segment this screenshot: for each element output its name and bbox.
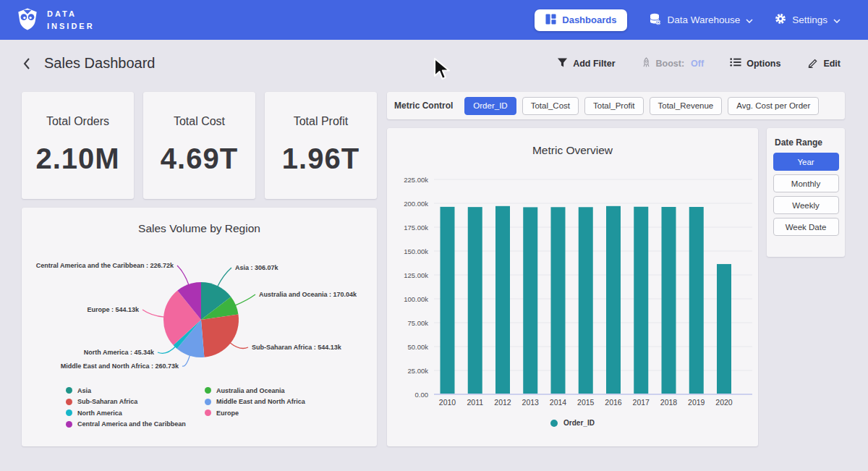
metric-option-order-id[interactable]: Order_ID [464,97,516,115]
pie-slice-label: Europe : 544.13k [87,306,140,313]
y-axis-tick-label: 175.00k [404,224,428,232]
pie-legend-column: AsiaSub-Saharan AfricaNorth AmericaCentr… [66,385,186,430]
legend-label: North America [77,410,122,417]
pie-legend-item-middle-east-and-north-africa[interactable]: Middle East and North Africa [205,396,305,408]
top-navbar: DATA INSIDER Dashboards [0,0,868,40]
date-range-label: Date Range [775,137,845,148]
bar-chart-plot[interactable]: 0.0025.00k50.00k75.00k100.00k125.00k150.… [387,128,758,446]
metric-option-total-revenue[interactable]: Total_Revenue [650,97,723,115]
bar-2020[interactable] [717,264,731,394]
legend-label: Australia and Oceania [216,387,285,394]
pie-slice-label: North America : 45.34k [84,349,155,356]
y-axis-tick-label: 200.00k [404,200,428,208]
chevron-down-icon [746,14,753,25]
bar-2017[interactable] [634,207,648,394]
bar-2010[interactable] [441,207,455,394]
metric-overview-chart-card: Metric Overview 0.0025.00k50.00k75.00k10… [387,128,758,446]
date-range-option-week-date[interactable]: Week Date [773,218,839,236]
pie-legend-item-central-america-and-the-caribbean[interactable]: Central America and the Caribbean [66,419,186,430]
legend-dot [205,387,211,394]
metric-option-total-cost[interactable]: Total_Cost [522,97,579,115]
y-axis-tick-label: 25.00k [407,367,428,375]
legend-label: Sub-Saharan Africa [77,398,137,405]
brand-logo[interactable]: DATA INSIDER [16,7,95,33]
pie-legend-item-north-america[interactable]: North America [66,407,186,419]
y-axis-tick-label: 0.00 [415,391,429,399]
x-axis-tick-label: 2019 [688,398,705,407]
rocket-icon [642,57,651,70]
boost-toggle[interactable]: Boost: Off [637,56,709,71]
date-range-option-monthly[interactable]: Monthly [773,174,839,192]
pencil-icon [807,56,818,70]
owl-logo-icon [16,7,39,33]
pie-slice-label: Australia and Oceania : 170.04k [259,291,357,298]
bar-2013[interactable] [523,207,537,394]
date-range-panel: Date Range YearMonthlyWeeklyWeek Date [767,128,845,257]
gear-icon [775,13,786,27]
bar-2018[interactable] [662,207,676,394]
filter-funnel-icon [557,57,568,70]
edit-button[interactable]: Edit [802,56,845,71]
metric-control-bar: Metric Control Order_IDTotal_CostTotal_P… [387,92,845,119]
bar-2019[interactable] [689,207,704,394]
list-options-icon [730,57,741,69]
nav-data-warehouse[interactable]: Data Warehouse [649,13,753,27]
pie-slice-sub-saharan-africa[interactable] [201,315,239,357]
y-axis-tick-label: 225.00k [404,176,428,184]
date-range-option-year[interactable]: Year [773,153,839,171]
nav-settings[interactable]: Settings [775,13,841,27]
legend-label: Middle East and North Africa [216,398,305,405]
pie-slice-label: Asia : 306.07k [235,264,279,271]
y-axis-tick-label: 150.00k [404,247,428,255]
pie-slice-label: Central America and the Caribbean : 226.… [36,262,174,269]
metric-option-total-profit[interactable]: Total_Profit [584,97,644,115]
nav-dashboards-button[interactable]: Dashboards [535,9,627,31]
bar-2012[interactable] [495,206,510,394]
back-button[interactable] [20,55,33,72]
x-axis-tick-label: 2020 [715,398,733,407]
bar-2016[interactable] [606,206,621,394]
date-range-option-weekly[interactable]: Weekly [773,196,839,214]
kpi-value: 4.69T [143,143,255,175]
metric-option-avg-cost-per-order[interactable]: Avg. Cost per Order [728,97,819,115]
x-axis-tick-label: 2015 [577,398,595,407]
metric-control-label: Metric Control [394,101,453,111]
pie-legend-item-asia[interactable]: Asia [66,385,186,396]
pie-legend-item-europe[interactable]: Europe [205,407,305,419]
bar-2011[interactable] [468,207,482,394]
pie-legend-item-sub-saharan-africa[interactable]: Sub-Saharan Africa [66,396,186,408]
kpi-card-total-orders: Total Orders 2.10M [22,92,134,199]
y-axis-tick-label: 125.00k [404,271,428,279]
chevron-left-icon [22,56,32,71]
pie-leader-line [158,347,176,353]
y-axis-tick-label: 75.00k [407,319,428,327]
pie-slice-label: Middle East and North Africa : 260.73k [61,362,179,370]
x-axis-tick-label: 2013 [522,398,540,407]
legend-label: Asia [77,387,91,394]
boost-label: Boost: [656,59,685,69]
legend-dot [205,410,211,416]
legend-dot [66,421,72,428]
x-axis-tick-label: 2018 [660,398,678,407]
sales-dashboard-app: DATA INSIDER Dashboards [0,0,868,471]
kpi-label: Total Cost [143,115,255,128]
page-header: Sales Dashboard Add Filter Boost: Off [0,40,868,87]
legend-dot [66,387,72,394]
pie-leader-line [230,343,248,349]
legend-label: Europe [216,410,239,417]
boost-state: Off [691,59,704,69]
options-button[interactable]: Options [726,56,785,70]
kpi-value: 1.96T [265,143,377,175]
x-axis-tick-label: 2011 [467,398,483,407]
legend-dot [550,420,558,427]
bar-chart-legend-item[interactable]: Order_ID [387,419,758,427]
legend-label: Central America and the Caribbean [77,420,186,428]
pie-leader-line [182,355,190,367]
database-icon [649,13,661,27]
pie-slice-label: Sub-Saharan Africa : 544.13k [252,344,342,351]
pie-legend-item-australia-and-oceania[interactable]: Australia and Oceania [205,385,305,396]
bar-2014[interactable] [551,207,566,394]
kpi-label: Total Orders [22,115,134,128]
bar-2015[interactable] [579,207,593,394]
add-filter-button[interactable]: Add Filter [553,56,619,71]
